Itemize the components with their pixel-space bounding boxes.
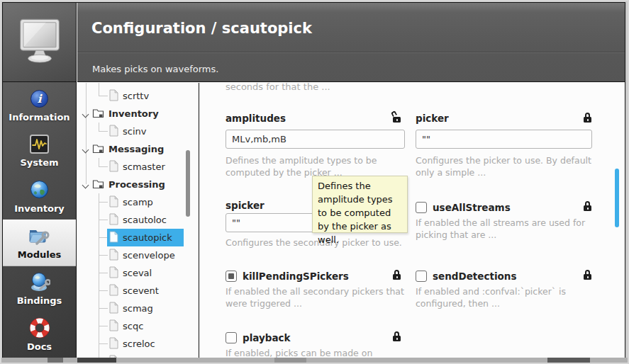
tree-item-messaging[interactable]: Messaging — [77, 140, 199, 158]
tree-scrollbar-thumb[interactable] — [186, 150, 190, 217]
sidebar: i Information System — [3, 3, 77, 358]
app-logo-box — [3, 3, 76, 82]
killpendingspickers-checkbox[interactable] — [226, 271, 237, 282]
lock-closed-icon[interactable] — [583, 201, 592, 211]
tree-item-label: sceval — [123, 268, 152, 278]
app-window: i Information System — [0, 0, 629, 364]
file-icon — [108, 231, 118, 245]
sidebar-item-label: System — [20, 157, 58, 168]
tree-item-scevent[interactable]: scevent — [77, 282, 199, 300]
tree-item-label: scamp — [123, 197, 153, 207]
file-icon — [108, 302, 118, 316]
info-icon: i — [30, 89, 48, 108]
folder-wrench-icon — [28, 226, 50, 246]
system-waveform-icon — [30, 134, 49, 154]
tree-item-scamp[interactable]: scamp — [77, 193, 199, 211]
file-icon — [108, 266, 118, 280]
spicker-label: spicker — [226, 200, 265, 211]
useallstreams-row: useAllStreams — [416, 201, 511, 213]
file-icon — [108, 160, 118, 174]
tree-item-scmag[interactable]: scmag — [77, 300, 199, 317]
playback-description: If enabled, picks can be made on — [226, 348, 410, 358]
playback-row: playback — [226, 331, 291, 343]
senddetections-row: sendDetections — [416, 270, 516, 282]
sidebar-item-inventory[interactable]: Inventory — [3, 174, 76, 220]
tree-item-label: scrttv — [123, 91, 149, 101]
senddetections-description: If enabled and :confval:`picker` is conf… — [416, 286, 592, 309]
useallstreams-checkbox[interactable] — [416, 202, 427, 213]
sidebar-item-label: Bindings — [17, 295, 62, 306]
amplitudes-label: amplitudes — [226, 113, 286, 124]
settings-panel: seconds for that the ... amplitudes Defi… — [200, 83, 625, 358]
tree-item-label: screloc — [123, 339, 155, 349]
playback-checkbox[interactable] — [226, 332, 237, 343]
sidebar-item-modules[interactable]: Modules — [3, 220, 76, 266]
tree-item-partial[interactable] — [77, 353, 199, 358]
senddetections-checkbox[interactable] — [416, 271, 427, 282]
tree-item-scenvelope[interactable]: scenvelope — [77, 246, 199, 264]
killpendingspickers-description: If enabled the all secondary pickers tha… — [226, 286, 410, 309]
tree-item-scautoloc[interactable]: scautoloc — [77, 211, 199, 229]
tree-item-sceval[interactable]: sceval — [77, 264, 199, 282]
picker-input[interactable] — [416, 130, 592, 149]
folder-icon — [92, 143, 104, 156]
sidebar-item-bindings[interactable]: Bindings — [3, 266, 76, 312]
page-subtitle: Makes picks on waveforms. — [92, 64, 218, 74]
clipped-description: seconds for that the ... — [226, 83, 330, 92]
file-icon — [108, 89, 118, 103]
taskbar-segment — [77, 358, 116, 363]
page-header: Configuration / scautopick Makes picks o… — [77, 3, 625, 82]
tooltip: Defines the amplitude types to be comput… — [312, 176, 408, 233]
sidebar-item-label: Modules — [18, 249, 61, 260]
useallstreams-description: If enabled the all streams are used for … — [416, 217, 592, 241]
file-icon — [108, 284, 118, 298]
lock-open-icon[interactable] — [392, 113, 401, 123]
tree-item-scmaster[interactable]: scmaster — [77, 158, 199, 176]
tree-item-processing[interactable]: Processing — [77, 176, 199, 193]
tree-item-screloc[interactable]: screloc — [77, 335, 199, 353]
lifebuoy-icon — [30, 318, 50, 338]
lock-closed-icon[interactable] — [392, 270, 401, 280]
sidebar-nav: i Information System — [3, 83, 76, 358]
tree-item-scqc[interactable]: scqc — [77, 317, 199, 335]
sidebar-item-information[interactable]: i Information — [3, 83, 76, 128]
taskbar-segment — [547, 358, 590, 363]
tree-item-label: scautoloc — [123, 215, 167, 225]
tree-item-scautopick[interactable]: scautopick — [77, 229, 199, 246]
tree-item-label: Processing — [108, 179, 165, 190]
tree-item-label: scautopick — [123, 232, 172, 243]
taskbar-segment — [274, 358, 306, 363]
picker-description: Configures the picker to use. By default… — [416, 155, 592, 178]
chevron-down-icon[interactable] — [82, 181, 89, 188]
lock-closed-icon[interactable] — [583, 113, 592, 123]
sidebar-item-docs[interactable]: Docs — [3, 312, 76, 358]
lock-closed-icon[interactable] — [583, 270, 592, 280]
scconfig-app: i Information System — [2, 2, 625, 358]
tree-item-label: Messaging — [108, 144, 164, 154]
file-icon — [108, 249, 118, 263]
tree-item-label: scmag — [123, 303, 153, 314]
globe-icon — [30, 180, 49, 200]
tree-item-label: scinv — [123, 126, 146, 137]
file-icon — [108, 125, 118, 139]
tree-item-label: scmaster — [123, 161, 165, 172]
module-tree: scrttv Inventory scinv — [77, 83, 199, 358]
taskbar-segment — [48, 358, 63, 363]
tree-item-scrttv[interactable]: scrttv — [77, 87, 199, 105]
picker-label: picker — [416, 113, 449, 124]
monitor-icon — [15, 18, 65, 67]
tree-item-inventory[interactable]: Inventory — [77, 105, 199, 123]
tree-item-scinv[interactable]: scinv — [77, 123, 199, 140]
lock-closed-icon[interactable] — [392, 331, 401, 341]
playback-label: playback — [243, 332, 291, 343]
useallstreams-label: useAllStreams — [433, 202, 511, 213]
killpendingspickers-label: killPendingSPickers — [243, 271, 349, 282]
amplitudes-input[interactable] — [226, 130, 405, 149]
sidebar-item-system[interactable]: System — [3, 128, 76, 174]
chevron-down-icon[interactable] — [82, 146, 89, 153]
file-icon — [108, 213, 118, 227]
tree-item-label: Inventory — [108, 108, 159, 119]
sidebar-item-label: Docs — [27, 341, 52, 352]
main-scrollbar-thumb[interactable] — [615, 169, 619, 227]
chevron-down-icon[interactable] — [82, 110, 89, 118]
